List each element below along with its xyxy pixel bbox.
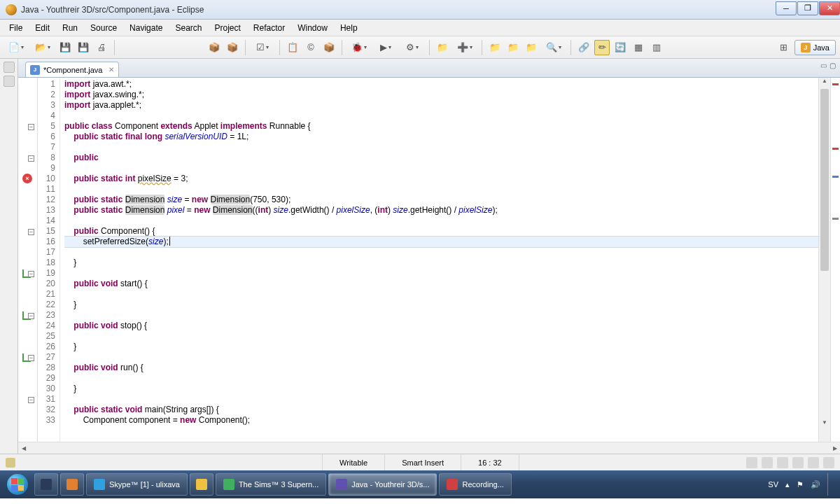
save-button[interactable]: 💾	[57, 40, 73, 55]
taskbar-item[interactable]: Java - Youthreir 3D/s...	[328, 473, 437, 496]
save-all-button[interactable]: 💾	[76, 40, 91, 55]
menu-source[interactable]: Source	[84, 21, 123, 35]
windows-taskbar: Skype™ [1] - ulixavaThe Sims™ 3 Supern..…	[0, 470, 840, 498]
editor-tab[interactable]: J *Component.java ✕	[25, 62, 119, 77]
menu-window[interactable]: Window	[291, 21, 334, 35]
status-icon-4[interactable]	[792, 457, 804, 468]
menu-project[interactable]: Project	[208, 21, 246, 35]
new-class-button[interactable]: ➕	[453, 40, 477, 55]
java-perspective-button[interactable]: J Java	[794, 40, 836, 55]
menu-file[interactable]: File	[3, 21, 29, 35]
open-perspective-button[interactable]: ⊞	[776, 40, 792, 55]
overview-ruler[interactable]	[830, 78, 840, 442]
folder2-button[interactable]: 📁	[505, 40, 521, 55]
toggle-button[interactable]: ☑	[251, 40, 274, 55]
taskbar-item-label: Java - Youthreir 3D/s...	[351, 480, 429, 489]
sp1-button[interactable]: ▦	[631, 40, 646, 55]
print-button[interactable]: 🖨	[94, 40, 109, 55]
refresh-button[interactable]: 🔄	[612, 40, 628, 55]
horizontal-scrollbar[interactable]: ◀ ▶	[18, 442, 840, 454]
link-button[interactable]: 🔗	[576, 40, 592, 55]
annotation-ruler[interactable]: ×	[18, 78, 38, 442]
ext-button[interactable]: ⚙	[400, 40, 424, 55]
wizard-button[interactable]: 📋	[285, 40, 300, 55]
sp2-button[interactable]: ▥	[649, 40, 664, 55]
search-button[interactable]: 🔍	[542, 40, 566, 55]
status-icon	[6, 458, 15, 468]
folder-button[interactable]: 📁	[487, 40, 503, 55]
maximize-button[interactable]: ❐	[797, 1, 818, 15]
new-package-button[interactable]: 📁	[435, 40, 450, 55]
vertical-scrollbar[interactable]: ▲ ▼	[818, 78, 830, 442]
status-icon-3[interactable]	[777, 457, 788, 468]
taskbar-item-label: The Sims™ 3 Supern...	[239, 480, 318, 489]
minimize-view-button[interactable]: ▭	[820, 62, 827, 69]
menu-bar: File Edit Run Source Navigate Search Pro…	[0, 20, 840, 36]
status-cursor-pos: 16 : 32	[461, 454, 519, 470]
highlight-button[interactable]: ✏	[594, 40, 610, 55]
toolbar: 📄 📂 💾 💾 🖨 📦 📦 ☑ 📋 © 📦 🐞 ▶ ⚙ 📁 ➕ 📁 📁 📁 🔍 …	[0, 36, 840, 59]
tray-volume-icon[interactable]: 🔊	[811, 480, 820, 489]
open-button[interactable]: 📂	[31, 40, 55, 55]
menu-run[interactable]: Run	[56, 21, 84, 35]
status-bar: Writable Smart Insert 16 : 32	[0, 454, 840, 470]
taskbar-app-icon	[196, 479, 207, 490]
close-button[interactable]: ✕	[819, 1, 840, 15]
package-button[interactable]: 📦	[321, 40, 337, 55]
status-icon-6[interactable]	[823, 457, 834, 468]
new-button[interactable]: 📄	[4, 40, 28, 55]
folder3-button[interactable]: 📁	[524, 40, 539, 55]
menu-search[interactable]: Search	[169, 21, 208, 35]
system-tray: SV ▴ ⚑ 🔊	[768, 473, 837, 496]
code-editor[interactable]: import java.awt.*; import javax.swing.*;…	[60, 78, 818, 442]
build-all-button[interactable]: 📦	[225, 40, 240, 55]
menu-navigate[interactable]: Navigate	[123, 21, 169, 35]
class-button[interactable]: ©	[303, 40, 318, 55]
left-trim	[0, 59, 18, 454]
taskbar-item[interactable]	[190, 473, 214, 496]
taskbar-item[interactable]	[60, 473, 84, 496]
error-marker[interactable]: ×	[22, 174, 32, 183]
build-button[interactable]: 📦	[206, 40, 222, 55]
title-bar: Java - Youthreir 3D/src/Component.java -…	[0, 0, 840, 20]
taskbar-item[interactable]: Skype™ [1] - ulixava	[86, 473, 188, 496]
taskbar-app-icon	[66, 479, 78, 490]
menu-help[interactable]: Help	[334, 21, 364, 35]
start-button[interactable]	[3, 472, 32, 496]
windows-orb-icon	[7, 474, 28, 495]
taskbar-item-label: Skype™ [1] - ulixava	[109, 480, 180, 489]
eclipse-icon	[6, 4, 17, 15]
show-desktop-button[interactable]	[827, 473, 833, 496]
tray-chevron-icon[interactable]: ▴	[785, 480, 790, 489]
status-insert: Smart Insert	[384, 454, 461, 470]
taskbar-app-icon	[336, 479, 347, 490]
taskbar-app-icon	[41, 479, 52, 490]
tab-close-icon[interactable]: ✕	[108, 66, 114, 74]
menu-edit[interactable]: Edit	[29, 21, 56, 35]
line-number-ruler[interactable]: 1234567891011121314151617181920212223242…	[38, 78, 60, 442]
menu-refactor[interactable]: Refactor	[247, 21, 291, 35]
perspective-label: Java	[813, 43, 830, 52]
taskbar-app-icon	[223, 479, 234, 490]
debug-button[interactable]: 🐞	[347, 40, 371, 55]
taskbar-item[interactable]: The Sims™ 3 Supern...	[216, 473, 326, 496]
status-icon-2[interactable]	[762, 457, 773, 468]
view-icon-2[interactable]	[4, 76, 15, 87]
tab-label: *Component.java	[43, 66, 102, 74]
view-icon-1[interactable]	[4, 62, 15, 73]
taskbar-app-icon	[447, 479, 458, 490]
editor-tab-bar: J *Component.java ✕ ▭ ▢	[18, 59, 840, 77]
tray-flag-icon[interactable]: ⚑	[797, 480, 804, 489]
taskbar-app-icon	[94, 479, 105, 490]
status-icon-1[interactable]	[746, 457, 757, 468]
window-title: Java - Youthreir 3D/src/Component.java -…	[21, 5, 775, 15]
taskbar-item[interactable]: Recording...	[439, 473, 511, 496]
maximize-view-button[interactable]: ▢	[830, 62, 836, 69]
java-file-icon: J	[30, 65, 40, 75]
java-icon: J	[801, 43, 811, 52]
language-indicator[interactable]: SV	[768, 480, 778, 489]
minimize-button[interactable]: ─	[776, 1, 797, 15]
taskbar-item[interactable]	[34, 473, 58, 496]
run-button[interactable]: ▶	[374, 40, 398, 55]
status-icon-5[interactable]	[808, 457, 819, 468]
